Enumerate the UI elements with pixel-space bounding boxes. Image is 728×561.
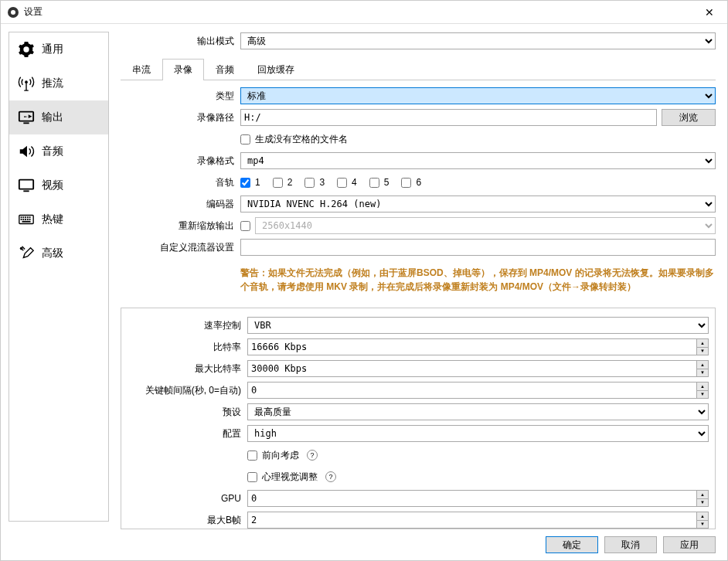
svg-rect-14	[22, 219, 24, 220]
tab-streaming[interactable]: 串流	[121, 59, 162, 80]
help-icon[interactable]: ?	[307, 450, 318, 461]
tools-icon	[17, 244, 36, 263]
sidebar: 通用 推流 输出 音频 视频 热键	[9, 32, 109, 522]
max-bitrate-input[interactable]	[247, 360, 696, 377]
bframes-label: 最大B帧	[128, 514, 247, 527]
output-mode-label: 输出模式	[121, 35, 240, 48]
sidebar-item-stream[interactable]: 推流	[9, 66, 108, 100]
track-4-checkbox[interactable]	[337, 178, 347, 188]
rate-control-label: 速率控制	[128, 319, 247, 332]
svg-rect-12	[29, 216, 31, 218]
encoder-label: 编码器	[121, 198, 240, 211]
keyint-label: 关键帧间隔(秒, 0=自动)	[128, 384, 247, 397]
format-label: 录像格式	[121, 155, 240, 168]
psycho-label: 心理视觉调整	[262, 471, 318, 484]
bitrate-spinner[interactable]: ▲▼	[696, 338, 709, 355]
encoder-settings-panel: 速率控制 VBR 比特率 ▲▼ 最大比特率 ▲▼ 关键帧间隔(秒, 0=自动) …	[121, 308, 716, 529]
tab-recording[interactable]: 录像	[162, 59, 204, 80]
cancel-button[interactable]: 取消	[604, 536, 657, 553]
keyint-input[interactable]	[247, 382, 696, 399]
titlebar: 设置 ✕	[1, 1, 727, 24]
apply-button[interactable]: 应用	[663, 536, 716, 553]
output-tabs: 串流 录像 音频 回放缓存	[121, 58, 716, 80]
format-select[interactable]: mp4	[240, 152, 716, 169]
profile-select[interactable]: high	[247, 425, 709, 442]
bframes-spinner[interactable]: ▲▼	[696, 512, 709, 529]
rescale-checkbox[interactable]	[240, 221, 250, 231]
track-5-checkbox[interactable]	[369, 178, 379, 188]
max-bitrate-spinner[interactable]: ▲▼	[696, 360, 709, 377]
svg-rect-17	[29, 219, 31, 220]
svg-rect-10	[25, 216, 26, 218]
gpu-input[interactable]	[247, 490, 696, 507]
sidebar-item-output[interactable]: 输出	[9, 100, 108, 134]
rescale-label: 重新缩放输出	[121, 219, 240, 233]
tracks-label: 音轨	[121, 176, 240, 189]
svg-rect-13	[21, 219, 22, 220]
psycho-checkbox[interactable]	[247, 472, 257, 482]
main-panel: 输出模式 高级 串流 录像 音频 回放缓存 类型 标准	[109, 24, 727, 529]
keyint-spinner[interactable]: ▲▼	[696, 382, 709, 399]
svg-rect-11	[27, 216, 29, 218]
ok-button[interactable]: 确定	[546, 536, 598, 553]
gear-icon	[17, 40, 36, 59]
muxer-label: 自定义混流器设置	[121, 241, 240, 254]
path-label: 录像路径	[121, 111, 240, 124]
help-icon[interactable]: ?	[325, 471, 336, 482]
tab-replay[interactable]: 回放缓存	[246, 59, 306, 80]
no-space-label: 生成没有空格的文件名	[255, 133, 348, 146]
lookahead-label: 前向考虑	[262, 449, 299, 462]
type-select[interactable]: 标准	[240, 87, 716, 104]
sidebar-item-advanced[interactable]: 高级	[9, 236, 108, 270]
svg-rect-16	[27, 219, 29, 220]
sidebar-item-label: 高级	[42, 246, 63, 260]
svg-rect-18	[22, 221, 31, 223]
window-title: 设置	[24, 5, 698, 19]
dialog-footer: 确定 取消 应用	[1, 529, 727, 560]
preset-select[interactable]: 最高质量	[247, 403, 709, 420]
track-1-checkbox[interactable]	[240, 178, 250, 188]
gpu-label: GPU	[128, 493, 247, 504]
svg-point-2	[25, 80, 28, 83]
type-label: 类型	[121, 90, 240, 103]
warning-text: 警告：如果文件无法完成（例如，由于蓝屏BSOD、掉电等），保存到 MP4/MOV…	[240, 260, 716, 300]
sidebar-item-label: 推流	[42, 76, 63, 90]
output-mode-select[interactable]: 高级	[240, 32, 716, 49]
bitrate-label: 比特率	[128, 341, 247, 354]
keyboard-icon	[17, 210, 36, 229]
app-icon	[7, 6, 19, 19]
gpu-spinner[interactable]: ▲▼	[696, 490, 709, 507]
rescale-select[interactable]: 2560x1440	[255, 217, 716, 234]
svg-rect-15	[25, 219, 26, 220]
sidebar-item-label: 热键	[42, 212, 63, 226]
encoder-select[interactable]: NVIDIA NVENC H.264 (new)	[240, 196, 716, 212]
sidebar-item-label: 视频	[42, 178, 63, 192]
track-3-checkbox[interactable]	[304, 178, 315, 188]
sidebar-item-audio[interactable]: 音频	[9, 134, 108, 168]
muxer-input[interactable]	[240, 239, 716, 256]
no-space-checkbox[interactable]	[240, 134, 250, 144]
svg-rect-5	[19, 180, 33, 189]
browse-button[interactable]: 浏览	[662, 109, 716, 126]
svg-rect-4	[23, 122, 29, 124]
track-6-checkbox[interactable]	[401, 178, 411, 188]
profile-label: 配置	[128, 427, 247, 440]
svg-rect-8	[21, 216, 22, 218]
bitrate-input[interactable]	[247, 338, 696, 355]
max-bitrate-label: 最大比特率	[128, 362, 247, 376]
bframes-input[interactable]	[247, 512, 696, 529]
tab-audio[interactable]: 音频	[204, 59, 246, 80]
sidebar-item-label: 通用	[42, 42, 63, 56]
sidebar-item-hotkeys[interactable]: 热键	[9, 202, 108, 236]
svg-point-1	[11, 10, 15, 15]
rate-control-select[interactable]: VBR	[247, 317, 709, 334]
sidebar-item-general[interactable]: 通用	[9, 32, 108, 66]
svg-point-19	[20, 247, 23, 250]
preset-label: 预设	[128, 406, 247, 419]
lookahead-checkbox[interactable]	[247, 450, 257, 461]
close-button[interactable]: ✕	[698, 6, 721, 19]
track-2-checkbox[interactable]	[273, 178, 283, 188]
audio-icon	[17, 142, 36, 161]
path-input[interactable]	[240, 109, 657, 126]
sidebar-item-video[interactable]: 视频	[9, 168, 108, 202]
